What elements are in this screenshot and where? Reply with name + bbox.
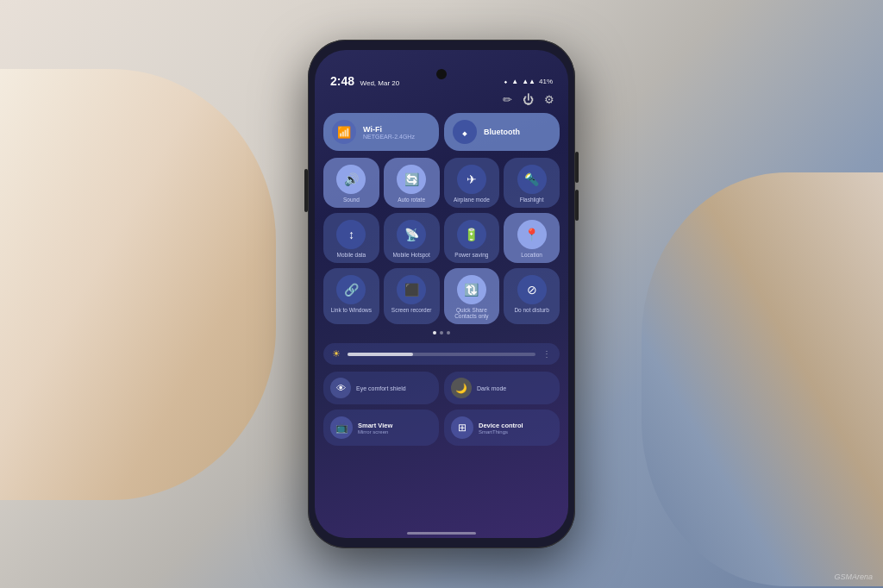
link-windows-tile[interactable]: 🔗 Link to Windows (323, 268, 379, 325)
mobile-data-label: Mobile data (337, 252, 366, 259)
signal-icon: ▲▲ (522, 78, 535, 85)
flashlight-label: Flashlight (520, 197, 544, 203)
device-control-icon: ⊞ (451, 416, 473, 439)
auto-rotate-tile[interactable]: 🔄 Auto rotate (384, 158, 440, 208)
quick-share-tile[interactable]: 🔃 Quick Share Contacts only (444, 268, 500, 325)
eye-comfort-tile[interactable]: 👁 Eye comfort shield (323, 372, 439, 404)
dot-3 (447, 331, 450, 335)
bluetooth-tile-text: Bluetooth (484, 128, 520, 136)
hand-left (0, 69, 276, 500)
brightness-icon: ☀ (332, 348, 341, 360)
auto-rotate-label: Auto rotate (398, 197, 425, 203)
smart-view-text: Smart View Mirror screen (358, 422, 392, 435)
link-windows-icon: 🔗 (336, 275, 366, 304)
power-saving-label: Power saving (454, 252, 488, 259)
brightness-fill (348, 353, 413, 356)
time: 2:48 (330, 74, 354, 88)
settings-icon[interactable]: ⚙ (544, 93, 554, 106)
tiles-row-1: 🔊 Sound 🔄 Auto rotate ✈ Airplane mode 🔦 … (323, 158, 560, 208)
auto-rotate-icon: 🔄 (397, 165, 426, 194)
bottom-tiles-row: 📺 Smart View Mirror screen ⊞ Device cont… (323, 410, 560, 446)
sound-tile[interactable]: 🔊 Sound (323, 158, 379, 208)
sound-label: Sound (343, 197, 360, 203)
location-tile[interactable]: 📍 Location (504, 213, 560, 263)
device-control-text: Device control SmartThings (479, 422, 523, 435)
page-dots (323, 329, 560, 336)
dot-2 (440, 331, 443, 335)
hand-right (642, 172, 883, 586)
feature-toggles-row: 👁 Eye comfort shield 🌙 Dark mode (323, 372, 560, 404)
quick-tiles-panel: 📶 Wi-Fi NETGEAR-2.4GHz ⬥ Bluetooth 🔊 (315, 109, 568, 527)
smart-view-tile[interactable]: 📺 Smart View Mirror screen (323, 410, 439, 446)
bluetooth-tile[interactable]: ⬥ Bluetooth (444, 113, 560, 151)
bluetooth-tile-icon: ⬥ (453, 120, 477, 144)
smart-view-title: Smart View (358, 422, 392, 429)
hotspot-label: Mobile Hotspot (392, 252, 429, 259)
dnd-label: Do not disturb (514, 307, 548, 314)
sound-icon: 🔊 (336, 165, 366, 194)
volume-down-button[interactable] (575, 190, 579, 221)
screen-recorder-icon: ⬛ (397, 275, 426, 304)
phone: 2:48 Wed, Mar 20 ⬥ ▲ ▲▲ 41% ✏ ⏻ ⚙ 📶 (308, 40, 575, 548)
quick-share-icon: 🔃 (457, 275, 486, 304)
power-icon[interactable]: ⏻ (523, 93, 534, 106)
mobile-data-icon: ↕ (336, 220, 366, 249)
hotspot-tile[interactable]: 📡 Mobile Hotspot (384, 213, 440, 263)
dark-mode-tile[interactable]: 🌙 Dark mode (444, 372, 560, 404)
smart-view-icon: 📺 (330, 416, 353, 439)
tiles-row-3: 🔗 Link to Windows ⬛ Screen recorder 🔃 Qu… (323, 268, 560, 325)
wifi-status-icon: ▲ (511, 78, 518, 85)
power-button[interactable] (304, 169, 308, 212)
dnd-icon: ⊘ (517, 275, 547, 304)
wifi-tile-text: Wi-Fi NETGEAR-2.4GHz (363, 125, 415, 140)
power-saving-tile[interactable]: 🔋 Power saving (444, 213, 500, 263)
watermark: GSMArena (834, 572, 873, 581)
screen-recorder-label: Screen recorder (391, 307, 432, 314)
device-control-title: Device control (479, 422, 523, 429)
device-control-tile[interactable]: ⊞ Device control SmartThings (444, 410, 560, 446)
phone-screen: 2:48 Wed, Mar 20 ⬥ ▲ ▲▲ 41% ✏ ⏻ ⚙ 📶 (315, 50, 568, 538)
status-time-date: 2:48 Wed, Mar 20 (330, 74, 399, 88)
airplane-label: Airplane mode (454, 197, 490, 203)
eye-comfort-icon: 👁 (330, 378, 351, 398)
wifi-tile[interactable]: 📶 Wi-Fi NETGEAR-2.4GHz (323, 113, 439, 151)
brightness-track (348, 353, 535, 356)
location-label: Location (521, 252, 542, 259)
wifi-tile-icon: 📶 (332, 120, 356, 144)
link-windows-label: Link to Windows (331, 307, 372, 314)
panel-header: ✏ ⏻ ⚙ (315, 91, 568, 109)
location-icon: 📍 (517, 220, 547, 249)
power-saving-icon: 🔋 (457, 220, 486, 249)
quick-share-label: Quick Share Contacts only (448, 307, 497, 321)
flashlight-tile[interactable]: 🔦 Flashlight (504, 158, 560, 208)
brightness-menu-icon[interactable]: ⋮ (542, 349, 551, 359)
battery-percent: 41% (539, 78, 553, 85)
date: Wed, Mar 20 (360, 79, 400, 87)
brightness-row[interactable]: ☀ ⋮ (323, 343, 560, 365)
dot-1 (433, 331, 436, 335)
wifi-subtitle: NETGEAR-2.4GHz (363, 134, 415, 140)
dark-mode-icon: 🌙 (451, 378, 472, 398)
wifi-title: Wi-Fi (363, 125, 415, 134)
volume-up-button[interactable] (575, 152, 579, 183)
home-bar[interactable] (407, 532, 476, 535)
bluetooth-title: Bluetooth (484, 128, 520, 136)
airplane-tile[interactable]: ✈ Airplane mode (444, 158, 500, 208)
dnd-tile[interactable]: ⊘ Do not disturb (504, 268, 560, 325)
tiles-row-2: ↕ Mobile data 📡 Mobile Hotspot 🔋 Power s… (323, 213, 560, 263)
status-icons: ⬥ ▲ ▲▲ 41% (504, 78, 553, 85)
dark-mode-label: Dark mode (477, 385, 506, 391)
top-tiles-row: 📶 Wi-Fi NETGEAR-2.4GHz ⬥ Bluetooth (323, 113, 560, 151)
eye-comfort-label: Eye comfort shield (356, 385, 406, 391)
device-control-subtitle: SmartThings (479, 429, 523, 435)
flashlight-icon: 🔦 (517, 165, 547, 194)
mobile-data-tile[interactable]: ↕ Mobile data (323, 213, 379, 263)
airplane-icon: ✈ (457, 165, 486, 194)
hotspot-icon: 📡 (397, 220, 426, 249)
edit-icon[interactable]: ✏ (503, 93, 512, 106)
bluetooth-status-icon: ⬥ (504, 78, 508, 85)
smart-view-subtitle: Mirror screen (358, 429, 392, 435)
screen-recorder-tile[interactable]: ⬛ Screen recorder (384, 268, 440, 325)
camera-hole (436, 69, 447, 79)
